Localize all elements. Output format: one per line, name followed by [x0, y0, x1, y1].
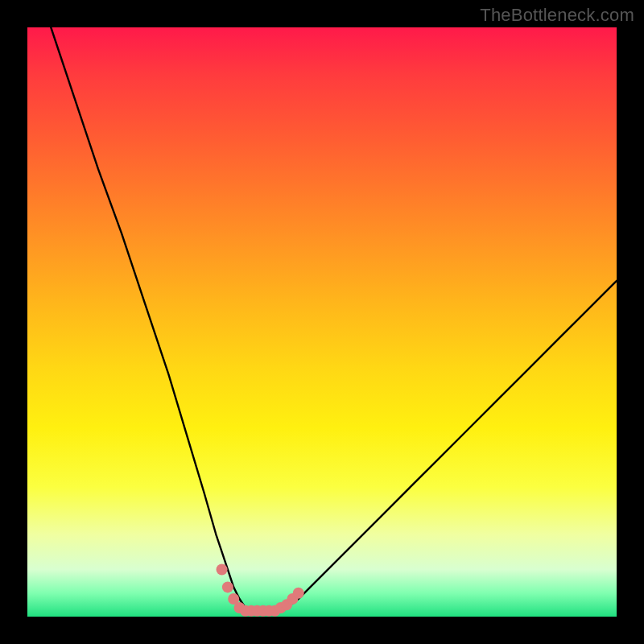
- chart-frame: TheBottleneck.com: [0, 0, 644, 644]
- watermark-text: TheBottleneck.com: [480, 5, 634, 26]
- curve-marker: [222, 581, 233, 592]
- chart-svg: [27, 27, 617, 617]
- bottleneck-curve-line: [51, 27, 617, 611]
- curve-marker: [217, 564, 228, 575]
- plot-area: [27, 27, 617, 617]
- curve-marker: [293, 588, 304, 599]
